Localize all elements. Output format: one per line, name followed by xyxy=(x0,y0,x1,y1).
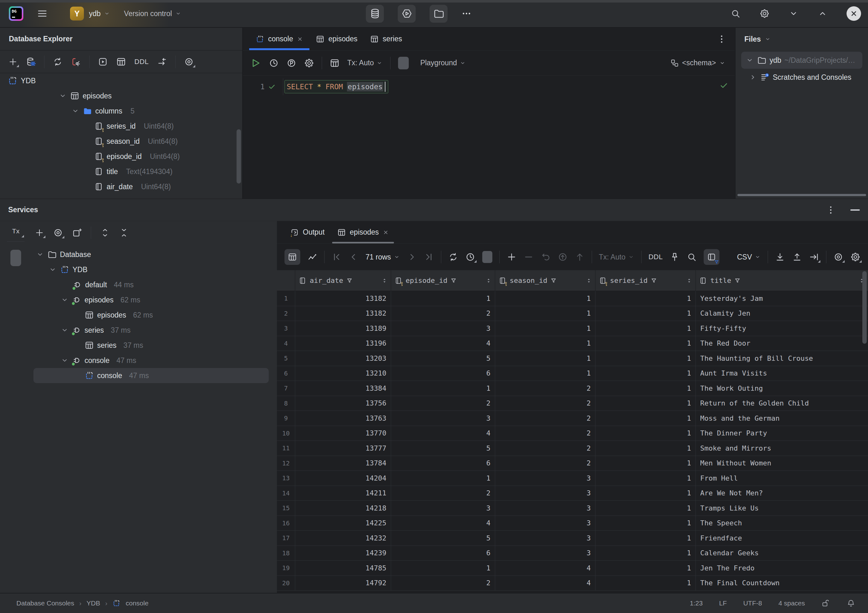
cell-episode-id[interactable]: 5 xyxy=(391,351,495,366)
close-icon[interactable] xyxy=(383,229,389,235)
cell-episode-id[interactable]: 4 xyxy=(391,516,495,531)
playground-selector[interactable]: Playground xyxy=(420,59,465,67)
cell-episode-id[interactable]: 6 xyxy=(391,456,495,471)
files-item-scratches[interactable]: Scratches and Consoles xyxy=(736,69,868,86)
first-page-icon[interactable] xyxy=(332,252,342,262)
splitter-handle[interactable] xyxy=(738,194,866,196)
select-all-corner[interactable] xyxy=(277,270,295,291)
cell-title[interactable]: Yesterday's Jam xyxy=(696,291,868,306)
cell-air-date[interactable]: 13763 xyxy=(295,411,391,426)
project-selector[interactable]: ydb xyxy=(89,9,110,18)
chevron-up-icon[interactable] xyxy=(818,9,828,19)
cell-series-id[interactable]: 1 xyxy=(595,546,696,560)
tree-item-columns-folder[interactable]: columns 5 xyxy=(0,104,242,119)
cell-air-date[interactable]: 13784 xyxy=(295,456,391,471)
cell-air-date[interactable]: 14239 xyxy=(295,546,391,560)
cell-air-date[interactable]: 14211 xyxy=(295,486,391,501)
cell-season-id[interactable]: 3 xyxy=(495,531,595,545)
service-item-console-session[interactable]: console 47 ms xyxy=(31,353,277,368)
sort-icon[interactable] xyxy=(686,277,692,284)
database-tool-button[interactable] xyxy=(366,5,384,23)
history-icon[interactable] xyxy=(269,58,279,68)
service-item-episodes-session[interactable]: episodes 62 ms xyxy=(31,292,277,308)
tab-episodes[interactable]: episodes xyxy=(309,28,364,50)
hide-panel-icon[interactable] xyxy=(850,209,860,211)
cell-season-id[interactable]: 2 xyxy=(495,411,595,426)
sql-editor[interactable]: 1 SELECT * FROM episodes xyxy=(243,76,735,199)
table-row[interactable]: 10 13770 4 2 1 The Dinner Party xyxy=(277,426,868,441)
cell-season-id[interactable]: 4 xyxy=(495,560,595,576)
service-item-default[interactable]: default 44 ms xyxy=(31,277,277,292)
sql-statement[interactable]: SELECT * FROM episodes xyxy=(285,80,388,93)
service-item-ydb[interactable]: YDB xyxy=(31,262,277,277)
table-row[interactable]: 19 14785 1 4 1 Jen The Fredo xyxy=(277,560,868,576)
main-menu-icon[interactable] xyxy=(37,8,48,19)
last-page-icon[interactable] xyxy=(424,252,434,262)
cell-series-id[interactable]: 1 xyxy=(595,396,696,411)
table-view-button[interactable] xyxy=(285,249,300,265)
cell-title[interactable]: The Dinner Party xyxy=(696,426,868,441)
cell-title[interactable]: Men Without Women xyxy=(696,456,868,471)
cell-title[interactable]: Fifty-Fifty xyxy=(696,321,868,336)
chevron-down-icon[interactable] xyxy=(36,250,44,259)
file-encoding[interactable]: UTF-8 xyxy=(743,599,762,607)
cell-episode-id[interactable]: 3 xyxy=(391,321,495,336)
cell-episode-id[interactable]: 4 xyxy=(391,426,495,441)
open-console-icon[interactable] xyxy=(98,57,108,67)
add-service-button[interactable] xyxy=(35,228,44,237)
cell-season-id[interactable]: 2 xyxy=(495,396,595,411)
chevron-down-icon[interactable] xyxy=(60,356,69,365)
expand-all-icon[interactable] xyxy=(100,228,110,238)
cell-episode-id[interactable]: 6 xyxy=(391,546,495,560)
more-actions-icon[interactable] xyxy=(462,9,471,19)
jump-to-console-icon[interactable] xyxy=(157,57,167,67)
cell-air-date[interactable]: 13196 xyxy=(295,336,391,351)
cell-series-id[interactable]: 1 xyxy=(595,501,696,515)
table-row[interactable]: 5 13203 5 1 1 The Haunting of Bill Crous… xyxy=(277,351,868,366)
cell-episode-id[interactable]: 1 xyxy=(391,291,495,306)
chevron-down-icon[interactable] xyxy=(789,9,798,19)
cell-episode-id[interactable]: 1 xyxy=(391,560,495,576)
tree-item-episodes-table[interactable]: episodes xyxy=(0,88,242,104)
files-item-ydb[interactable]: ydb ~/DataGripProjects/ydb xyxy=(741,52,862,69)
cell-title[interactable]: Aunt Irma Visits xyxy=(696,366,868,381)
cell-episode-id[interactable]: 2 xyxy=(391,306,495,321)
cell-season-id[interactable]: 1 xyxy=(495,321,595,336)
table-row[interactable]: 18 14239 6 3 1 Calendar Geeks xyxy=(277,546,868,561)
cell-title[interactable]: Return of the Golden Child xyxy=(696,396,868,411)
cell-air-date[interactable]: 13203 xyxy=(295,351,391,366)
cell-air-date[interactable]: 13182 xyxy=(295,291,391,306)
tree-item-title[interactable]: title Text(4194304) xyxy=(0,164,242,179)
close-icon[interactable] xyxy=(297,36,303,42)
cell-series-id[interactable]: 1 xyxy=(595,306,696,321)
sort-icon[interactable] xyxy=(485,277,492,284)
export-data-icon[interactable] xyxy=(775,252,785,262)
settings-gear-icon[interactable] xyxy=(760,9,770,19)
reload-icon[interactable] xyxy=(448,252,458,262)
cell-season-id[interactable]: 1 xyxy=(495,336,595,351)
pin-tab-icon[interactable] xyxy=(670,252,680,262)
suspend-indicator[interactable] xyxy=(11,250,21,266)
disconnect-icon[interactable] xyxy=(71,57,81,67)
cell-season-id[interactable]: 3 xyxy=(495,486,595,501)
cell-episode-id[interactable]: 1 xyxy=(391,471,495,486)
export-to-icon[interactable] xyxy=(809,252,819,262)
cell-series-id[interactable]: 1 xyxy=(595,456,696,471)
indent-style[interactable]: 4 spaces xyxy=(778,599,805,607)
cell-series-id[interactable]: 1 xyxy=(595,381,696,396)
cell-title[interactable]: From Hell xyxy=(696,471,868,486)
cell-season-id[interactable]: 2 xyxy=(495,426,595,441)
column-header-series-id[interactable]: series_id xyxy=(595,270,696,291)
tab-console[interactable]: console xyxy=(249,28,309,50)
cell-series-id[interactable]: 1 xyxy=(595,516,696,531)
table-row[interactable]: 15 14218 3 3 1 Tramps Like Us xyxy=(277,501,868,516)
cell-episode-id[interactable]: 2 xyxy=(391,576,495,591)
cell-season-id[interactable]: 3 xyxy=(495,501,595,515)
cell-air-date[interactable]: 14218 xyxy=(295,501,391,515)
grid-body[interactable]: 1 13182 1 1 1 Yesterday's Jam 2 13182 2 … xyxy=(277,291,868,593)
table-row[interactable]: 12 13784 6 2 1 Men Without Women xyxy=(277,456,868,471)
view-options-button[interactable] xyxy=(53,228,63,238)
scrollbar-thumb[interactable] xyxy=(237,129,241,184)
tab-series[interactable]: series xyxy=(364,28,408,50)
sort-icon[interactable] xyxy=(381,277,388,284)
